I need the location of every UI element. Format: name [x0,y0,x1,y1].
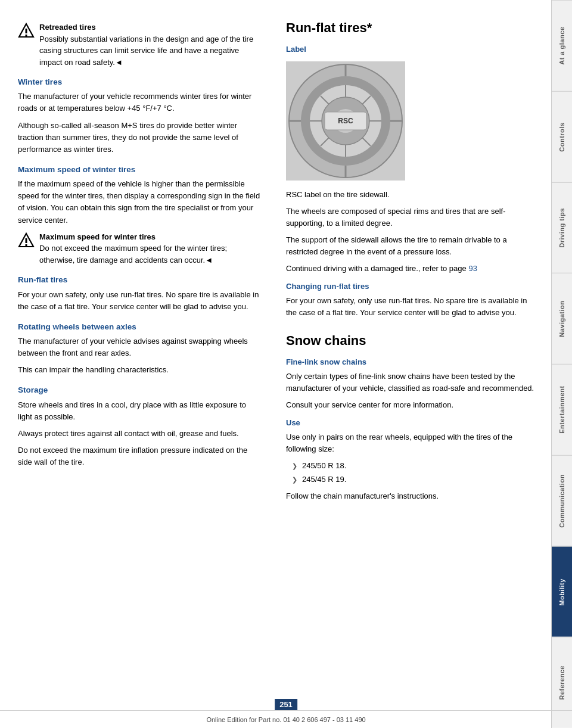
rotating-para2: This can impair the handling characteris… [18,364,262,376]
fine-link-para2: Consult your service center for more inf… [286,399,536,411]
footer-text: Online Edition for Part no. 01 40 2 606 … [206,716,365,723]
label-subheading: Label [286,43,536,55]
page-footer: Online Edition for Part no. 01 40 2 606 … [0,710,572,728]
warning-retreaded-text: Retreaded tires Possibly substantial var… [39,21,262,68]
svg-text:RSC: RSC [338,117,353,125]
svg-rect-1 [26,29,27,33]
warning-max-speed-text: Maximum speed for winter tires Do not ex… [39,231,262,266]
sidebar-item-communication[interactable]: Communication [552,455,572,546]
page-number-area: 251 [275,700,297,709]
storage-para3: Do not exceed the maximum tire inflation… [18,444,262,468]
max-speed-heading: Maximum speed of winter tires [18,164,262,176]
storage-heading: Storage [18,384,262,396]
warning-triangle-icon-2 [18,232,35,249]
page-number: 251 [275,699,297,710]
sidebar-item-navigation[interactable]: Navigation [552,273,572,364]
rotating-heading: Rotating wheels between axles [18,321,262,333]
svg-rect-2 [26,35,27,36]
use-heading: Use [286,417,536,429]
warning-max-speed-body: Do not exceed the maximum speed for the … [39,244,227,265]
storage-para1: Store wheels and tires in a cool, dry pl… [18,399,262,423]
page-93-link[interactable]: 93 [468,264,477,273]
snow-chains-heading: Snow chains [286,331,536,350]
rotating-para1: The manufacturer of your vehicle advises… [18,335,262,359]
right-column: Run-flat tires* Label [274,12,548,704]
run-flat-para1: For your own safety, only use run-flat t… [18,289,262,313]
warning-triangle-icon [18,23,35,39]
run-flat-heading: Run-flat tires [18,274,262,286]
bullet-item-1: ❯ 245/50 R 18. [286,460,536,472]
sidebar-item-mobility[interactable]: Mobility [552,546,572,637]
sidebar-item-driving-tips[interactable]: Driving tips [552,182,572,273]
warning-retreaded-body: Possibly substantial variations in the d… [39,35,253,67]
sidebar-item-controls[interactable]: Controls [552,91,572,182]
fine-link-heading: Fine-link snow chains [286,356,536,368]
bullet-text-1: 245/50 R 18. [302,460,346,472]
bullet-item-2: ❯ 245/45 R 19. [286,474,536,486]
label-para3: Continued driving with a damaged tire., … [286,263,536,275]
warning-retreaded: Retreaded tires Possibly substantial var… [18,21,262,68]
winter-tires-para1: The manufacturer of your vehicle recomme… [18,91,262,114]
label-para2: The support of the sidewall allows the t… [286,234,536,258]
sidebar-item-entertainment[interactable]: Entertainment [552,364,572,455]
bullet-arrow-icon-2: ❯ [292,475,297,485]
fine-link-para1: Only certain types of fine-link snow cha… [286,371,536,394]
sidebar-item-at-a-glance[interactable]: At a glance [552,0,572,91]
bullet-arrow-icon-1: ❯ [292,461,297,471]
left-column: Retreaded tires Possibly substantial var… [0,12,274,704]
use-para2: Follow the chain manufacturer's instruct… [286,490,536,502]
warning-retreaded-title: Retreaded tires [39,23,96,32]
label-para1: The wheels are composed of special rims … [286,206,536,229]
changing-heading: Changing run-flat tires [286,281,536,293]
svg-rect-4 [26,238,27,243]
max-speed-para1: If the maximum speed of the vehicle is h… [18,178,262,226]
run-flat-main-heading: Run-flat tires* [286,18,536,38]
changing-para1: For your own safety, only use run-flat t… [286,295,536,319]
sidebar: At a glance Controls Driving tips Naviga… [551,0,572,728]
warning-max-speed: Maximum speed for winter tires Do not ex… [18,231,262,266]
svg-rect-5 [26,244,27,246]
warning-max-speed-title: Maximum speed for winter tires [39,232,156,241]
winter-tires-heading: Winter tires [18,76,262,88]
storage-para2: Always protect tires against all contact… [18,428,262,440]
use-para1: Use only in pairs on the rear wheels, eq… [286,431,536,455]
label-caption: RSC label on the tire sidewall. [286,189,536,201]
winter-tires-para2: Although so-called all-season M+S tires … [18,120,262,155]
tire-label-image: RSC [286,61,405,181]
bullet-text-2: 245/45 R 19. [302,474,346,486]
